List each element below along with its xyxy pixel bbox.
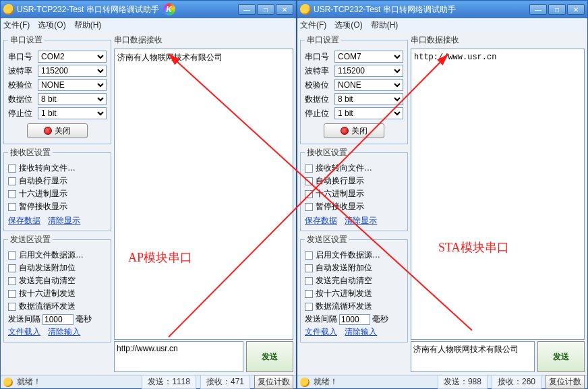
send-textarea[interactable]: http://www.usr.cn [114,341,243,372]
close-button[interactable]: ✕ [276,4,293,15]
minimize-button[interactable]: — [529,4,547,15]
hex-display-label: 十六进制显示 [19,188,67,200]
serial-settings-legend: 串口设置 [305,34,341,46]
append-bits-checkbox[interactable] [8,264,16,272]
hex-send-checkbox[interactable] [8,290,16,298]
status-rx: 接收：260 [492,375,541,389]
auto-clear-checkbox[interactable] [305,277,313,285]
port-label: 串口号 [305,51,332,63]
pause-recv-checkbox[interactable] [305,203,313,211]
reset-counter-button[interactable]: 复位计数 [546,375,585,389]
interval-label: 发送间隔 [305,313,337,325]
stopbits-select[interactable]: 1 bit [334,107,403,119]
serial-toggle-label: 关闭 [351,125,368,137]
loop-send-label: 数据流循环发送 [316,301,372,312]
serial-toggle-button[interactable]: 关闭 [27,123,88,138]
serial-settings-group: 串口设置 串口号 COM2 波特率 115200 校验位 NONE 数据位 8 … [3,34,111,144]
menubar: 文件(F) 选项(O) 帮助(H) [1,18,296,32]
port-select[interactable]: COM2 [38,51,107,63]
baud-select[interactable]: 115200 [38,65,107,77]
baud-select[interactable]: 115200 [334,65,403,77]
append-bits-checkbox[interactable] [305,264,313,272]
titlebar[interactable]: USR-TCP232-Test 串口转网络调试助手 — □ ✕ [297,1,587,18]
hex-display-label: 十六进制显示 [316,188,364,200]
databits-label: 数据位 [305,94,332,105]
clear-input-link[interactable]: 清除输入 [48,327,80,336]
recv-to-file-checkbox[interactable] [305,164,313,173]
file-load-link[interactable]: 文件载入 [8,327,40,336]
save-data-link[interactable]: 保存数据 [305,216,337,225]
send-textarea[interactable]: 济南有人物联网技术有限公司 [411,341,535,372]
menu-file[interactable]: 文件(F) [300,20,326,31]
recv-textarea[interactable]: http://www.usr.cn [411,49,585,340]
statusbar: 就绪！ 发送：1118 接收：471 复位计数 [1,375,296,388]
recv-textarea[interactable]: 济南有人物联网技术有限公司 [114,49,293,340]
status-ready: 就绪！ [314,376,338,388]
menu-file[interactable]: 文件(F) [3,20,30,31]
serial-settings-legend: 串口设置 [8,34,45,46]
menu-options[interactable]: 选项(O) [38,20,65,31]
parity-select[interactable]: NONE [38,79,107,91]
k-logo-icon: K [163,3,175,16]
auto-wrap-checkbox[interactable] [305,177,313,185]
recv-to-file-checkbox[interactable] [8,164,16,173]
recv-settings-group: 接收区设置 接收转向文件… 自动换行显示 十六进制显示 暂停接收显示 保存数据 … [300,147,408,231]
file-load-link[interactable]: 文件载入 [305,327,337,336]
recv-to-file-label: 接收转向文件… [316,162,372,174]
hex-send-label: 按十六进制发送 [19,288,76,299]
interval-input[interactable] [339,314,370,325]
send-button[interactable]: 发送 [537,341,585,372]
baud-label: 波特率 [305,65,332,77]
send-settings-legend: 发送区设置 [8,234,53,245]
maximize-button[interactable]: □ [548,4,566,15]
stopbits-label: 停止位 [305,108,332,119]
app-icon [300,4,311,15]
file-source-checkbox[interactable] [8,251,16,260]
status-tx: 发送：988 [438,375,488,389]
hex-display-checkbox[interactable] [305,190,313,198]
hex-send-checkbox[interactable] [305,290,313,298]
menu-help[interactable]: 帮助(H) [74,20,102,31]
pause-recv-label: 暂停接收显示 [316,201,364,212]
send-button[interactable]: 发送 [246,341,293,372]
interval-input[interactable] [42,314,74,325]
reset-counter-button[interactable]: 复位计数 [254,375,293,389]
recv-area-label: 串口数据接收 [114,34,293,46]
parity-label: 校验位 [8,80,35,91]
parity-select[interactable]: NONE [334,79,403,91]
serial-toggle-button[interactable]: 关闭 [324,123,384,138]
recv-text: 济南有人物联网技术有限公司 [117,53,223,63]
menu-help[interactable]: 帮助(H) [371,20,399,31]
save-data-link[interactable]: 保存数据 [8,216,40,225]
maximize-button[interactable]: □ [257,4,274,15]
pause-recv-checkbox[interactable] [8,203,16,211]
databits-select[interactable]: 8 bit [38,93,107,105]
minimize-button[interactable]: — [238,4,256,15]
hex-display-checkbox[interactable] [8,190,16,198]
loop-send-checkbox[interactable] [8,303,16,311]
auto-wrap-checkbox[interactable] [8,177,16,185]
menu-options[interactable]: 选项(O) [334,20,362,31]
databits-select[interactable]: 8 bit [334,93,403,105]
record-icon [341,127,349,135]
serial-settings-group: 串口设置 串口号 COM7 波特率 115200 校验位 NONE 数据位 8 … [300,34,408,144]
file-source-label: 启用文件数据源… [316,249,380,261]
port-select[interactable]: COM7 [334,51,403,63]
titlebar[interactable]: USR-TCP232-Test 串口转网络调试助手 K — □ ✕ [1,1,296,18]
loop-send-checkbox[interactable] [305,303,313,311]
clear-display-link[interactable]: 清除显示 [345,216,377,225]
stopbits-select[interactable]: 1 bit [38,107,107,119]
send-text: http://www.usr.cn [117,344,178,353]
interval-label: 发送间隔 [8,313,40,325]
clear-input-link[interactable]: 清除输入 [345,327,377,336]
clear-display-link[interactable]: 清除显示 [48,216,80,225]
auto-clear-label: 发送完自动清空 [19,275,76,287]
send-settings-group: 发送区设置 启用文件数据源… 自动发送附加位 发送完自动清空 按十六进制发送 数… [3,234,111,342]
databits-label: 数据位 [8,94,35,105]
close-button[interactable]: ✕ [567,4,585,15]
interval-unit: 毫秒 [76,313,92,325]
append-bits-label: 自动发送附加位 [19,262,76,274]
file-source-checkbox[interactable] [305,251,313,260]
auto-clear-checkbox[interactable] [8,277,16,285]
recv-text: http://www.usr.cn [414,53,496,62]
